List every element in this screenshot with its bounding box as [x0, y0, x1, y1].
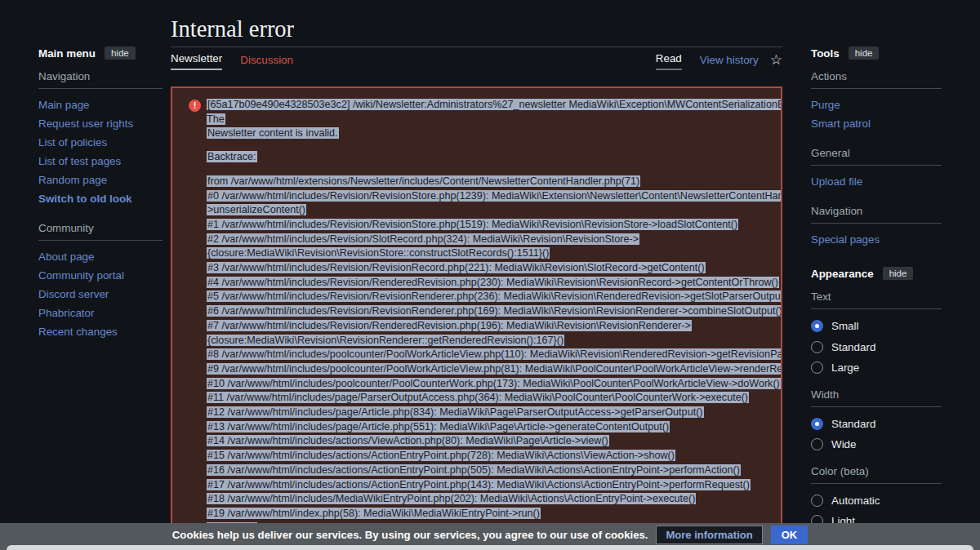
- sidebar-item-about-page[interactable]: About page: [38, 247, 163, 266]
- section-heading-actions: Actions: [811, 70, 942, 89]
- section-heading-general: General: [811, 147, 942, 166]
- error-message: [65a17b09e490e4328503e3c2] /wiki/Newslet…: [207, 98, 782, 141]
- backtrace-line: #2 /var/www/html/includes/Revision/SlotR…: [207, 233, 782, 247]
- sidebar-item-list-of-test-pages[interactable]: List of test pages: [38, 152, 163, 171]
- sidebar-section-actions: ActionsPurgeSmart patrol: [811, 70, 942, 133]
- radio-label-wide: Wide: [831, 438, 857, 450]
- radio-option-text-small[interactable]: Small: [811, 316, 942, 337]
- radio-option-width-standard[interactable]: Standard: [811, 414, 942, 435]
- internal-error-box: ! [65a17b09e490e4328503e3c2] /wiki/Newsl…: [171, 86, 782, 527]
- sidebar-item-random-page[interactable]: Random page: [38, 171, 163, 189]
- radio-option-text-large[interactable]: Large: [811, 357, 942, 379]
- backtrace-line: #16 /var/www/html/includes/actions/Actio…: [207, 464, 782, 478]
- backtrace-label: Backtrace:: [207, 150, 782, 165]
- backtrace-line: #10 /var/www/html/includes/poolcounter/P…: [207, 377, 782, 392]
- radio-button-standard[interactable]: [811, 418, 823, 430]
- tools-sections: ActionsPurgeSmart patrolGeneralUpload fi…: [811, 70, 942, 249]
- backtrace-line: #15 /var/www/html/includes/actions/Actio…: [207, 449, 782, 464]
- sidebar-item-list-of-policies[interactable]: List of policies: [38, 133, 163, 152]
- group-heading-text: Text: [811, 291, 942, 309]
- sidebar-item-smart-patrol[interactable]: Smart patrol: [811, 114, 942, 133]
- backtrace-line: #12 /var/www/html/includes/page/Article.…: [207, 406, 782, 420]
- backtrace-line: #3 /var/www/html/includes/Revision/Revis…: [207, 261, 782, 276]
- radio-button-large[interactable]: [811, 361, 823, 374]
- sidebar-item-recent-changes[interactable]: Recent changes: [38, 322, 163, 341]
- sidebar-item-request-user-rights[interactable]: Request user rights: [38, 114, 163, 133]
- radio-option-color-beta-automatic[interactable]: Automatic: [811, 490, 942, 512]
- appearance-groups: TextSmallStandardLargeWidthStandardWideC…: [811, 291, 942, 550]
- backtrace-line: {closure:MediaWiki\Revision\RevisionRend…: [207, 334, 782, 348]
- error-message-line: [65a17b09e490e4328503e3c2] /wiki/Newslet…: [207, 98, 782, 126]
- sidebar-item-phabricator[interactable]: Phabricator: [38, 304, 163, 322]
- sidebar-item-special-pages[interactable]: Special pages: [811, 230, 942, 249]
- main-menu-hide-button[interactable]: hide: [105, 47, 136, 60]
- backtrace-line: #19 /var/www/html/index.php(58): MediaWi…: [207, 507, 782, 521]
- backtrace-line: {closure:MediaWiki\Revision\RevisionStor…: [207, 246, 782, 261]
- ok-button[interactable]: OK: [771, 526, 808, 544]
- backtrace-line: #0 /var/www/html/includes/Revision/Revis…: [207, 189, 782, 204]
- tools-panel: Tools hide ActionsPurgeSmart patrolGener…: [811, 47, 942, 550]
- content-area: Internal error Newsletter Discussion Rea…: [171, 16, 782, 527]
- page-title: Internal error: [171, 16, 782, 47]
- section-heading-navigation: Navigation: [38, 70, 163, 89]
- backtrace-line: #1 /var/www/html/includes/Revision/Revis…: [207, 218, 782, 233]
- backtrace-line: #5 /var/www/html/includes/Revision/Revis…: [207, 290, 782, 304]
- appearance-group-text: TextSmallStandardLarge: [811, 291, 942, 379]
- backtrace-line: #7 /var/www/html/includes/Revision/Rende…: [207, 319, 782, 334]
- tab-read[interactable]: Read: [656, 52, 682, 70]
- radio-option-text-standard[interactable]: Standard: [811, 337, 942, 358]
- tools-hide-button[interactable]: hide: [849, 47, 880, 60]
- section-heading-navigation: Navigation: [811, 205, 942, 224]
- backtrace-lines: from /var/www/html/extensions/Newsletter…: [207, 175, 782, 527]
- radio-label-large: Large: [831, 361, 859, 374]
- sidebar-section-navigation: NavigationSpecial pages: [811, 205, 942, 249]
- backtrace-line: from /var/www/html/extensions/Newsletter…: [207, 175, 782, 189]
- main-menu-sections: NavigationMain pageRequest user rightsLi…: [38, 70, 163, 341]
- backtrace-line: #18 /var/www/html/includes/MediaWikiEntr…: [207, 492, 782, 507]
- radio-button-wide[interactable]: [811, 438, 823, 450]
- sidebar-item-upload-file[interactable]: Upload file: [811, 172, 942, 191]
- tab-view-history[interactable]: View history: [700, 54, 759, 70]
- backtrace-line: #4 /var/www/html/includes/Revision/Rende…: [207, 276, 782, 291]
- radio-label-automatic: Automatic: [831, 495, 880, 507]
- more-information-button[interactable]: More information: [656, 526, 762, 544]
- backtrace-line: #17 /var/www/html/includes/actions/Actio…: [207, 478, 782, 493]
- tab-bar: Newsletter Discussion Read View history …: [171, 47, 782, 70]
- radio-button-small[interactable]: [811, 320, 823, 332]
- backtrace-line: >unserializeContent(): [207, 203, 782, 218]
- tab-discussion[interactable]: Discussion: [240, 54, 293, 70]
- error-content: [65a17b09e490e4328503e3c2] /wiki/Newslet…: [207, 98, 782, 526]
- radio-option-width-wide[interactable]: Wide: [811, 434, 942, 455]
- radio-label-small: Small: [831, 320, 858, 332]
- backtrace-line: #6 /var/www/html/includes/Revision/Revis…: [207, 304, 782, 319]
- radio-label-standard: Standard: [831, 418, 875, 430]
- radio-button-standard[interactable]: [811, 341, 823, 353]
- sidebar-item-discord-server[interactable]: Discord server: [38, 285, 163, 304]
- appearance-group-width: WidthStandardWide: [811, 388, 942, 455]
- tools-title: Tools: [811, 47, 840, 60]
- sidebar-section-general: GeneralUpload file: [811, 147, 942, 191]
- backtrace-line: #11 /var/www/html/includes/page/ParserOu…: [207, 391, 782, 406]
- cookie-banner-text: Cookies help us deliver our services. By…: [172, 529, 648, 541]
- group-heading-color-beta: Color (beta): [811, 465, 942, 484]
- appearance-hide-button[interactable]: hide: [883, 267, 914, 280]
- appearance-panel: Appearance hide TextSmallStandardLargeWi…: [811, 267, 942, 550]
- sidebar-section-navigation: NavigationMain pageRequest user rightsLi…: [38, 70, 163, 208]
- appearance-title: Appearance: [811, 268, 874, 280]
- sidebar-item-community-portal[interactable]: Community portal: [38, 266, 163, 285]
- sidebar-item-main-page[interactable]: Main page: [38, 95, 163, 114]
- sidebar-item-switch-to-old-look[interactable]: Switch to old look: [38, 189, 163, 208]
- radio-label-standard: Standard: [831, 341, 875, 353]
- watch-star-icon[interactable]: ☆: [759, 51, 782, 70]
- sidebar-section-community: CommunityAbout pageCommunity portalDisco…: [38, 222, 163, 341]
- bottom-edge-strip: [7, 545, 973, 550]
- section-heading-community: Community: [38, 222, 163, 241]
- sidebar-item-purge[interactable]: Purge: [811, 95, 942, 114]
- group-heading-width: Width: [811, 388, 942, 407]
- backtrace-line: #9 /var/www/html/includes/poolcounter/Po…: [207, 362, 782, 377]
- error-message-line: Newsletter content is invalid.: [207, 126, 782, 141]
- radio-button-automatic[interactable]: [811, 495, 823, 507]
- tab-newsletter[interactable]: Newsletter: [171, 52, 222, 70]
- backtrace-line: #8 /var/www/html/includes/poolcounter/Po…: [207, 348, 782, 362]
- error-alert-icon: !: [189, 100, 201, 112]
